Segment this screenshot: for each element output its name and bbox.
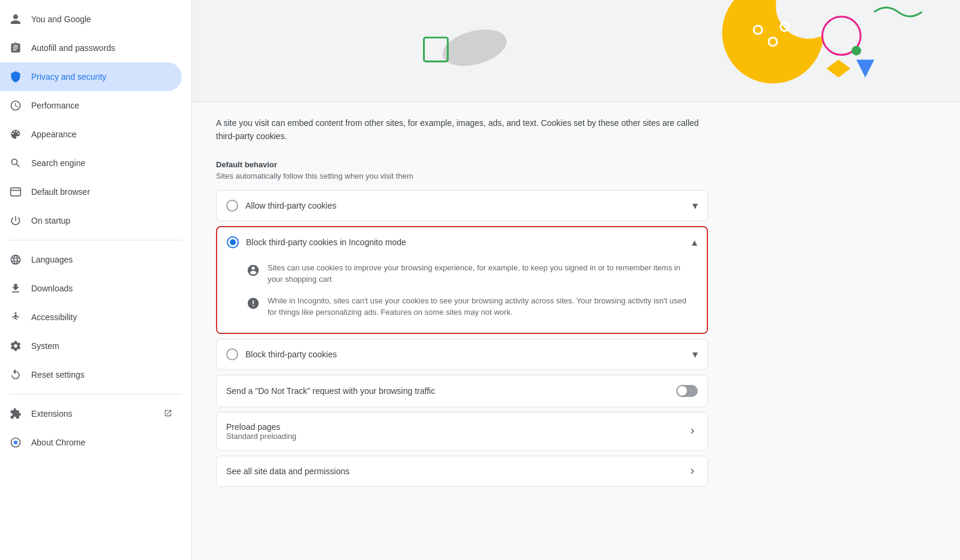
- sidebar-label-search-engine: Search engine: [31, 158, 172, 168]
- palette-icon: [10, 128, 22, 140]
- globe-icon: [10, 254, 22, 266]
- sidebar-item-performance[interactable]: Performance: [0, 91, 182, 120]
- sidebar-label-autofill: Autofill and passwords: [31, 43, 172, 53]
- do-not-track-toggle[interactable]: [676, 385, 698, 397]
- sidebar-label-appearance: Appearance: [31, 130, 172, 139]
- sidebar-label-on-startup: On startup: [31, 216, 172, 225]
- preload-pages-row[interactable]: Preload pages Standard preloading: [216, 412, 708, 451]
- block-all-chevron: ▾: [692, 348, 698, 361]
- sidebar-divider-2: [10, 394, 182, 395]
- sidebar-item-downloads[interactable]: Downloads: [0, 274, 182, 303]
- preload-pages-text: Preload pages Standard preloading: [226, 422, 296, 441]
- sidebar-label-privacy: Privacy and security: [31, 72, 172, 82]
- sidebar-divider-1: [10, 240, 182, 240]
- svg-marker-14: [856, 59, 874, 77]
- preload-pages-sublabel: Standard preloading: [226, 432, 296, 441]
- sidebar-label-languages: Languages: [31, 255, 172, 264]
- sidebar-item-appearance[interactable]: Appearance: [0, 120, 182, 149]
- sidebar-label-about-chrome: About Chrome: [31, 438, 172, 447]
- svg-point-4: [439, 23, 511, 72]
- svg-point-12: [851, 46, 861, 56]
- power-icon: [10, 215, 22, 227]
- preload-pages-label: Preload pages: [226, 422, 296, 432]
- svg-rect-0: [11, 188, 21, 195]
- sidebar-label-downloads: Downloads: [31, 284, 172, 293]
- allow-cookies-radio[interactable]: [226, 200, 238, 212]
- sidebar-label-default-browser: Default browser: [31, 187, 172, 197]
- block-all-header[interactable]: Block third-party cookies ▾: [217, 339, 707, 369]
- block-info-icon: [246, 296, 260, 311]
- preload-pages-arrow: [687, 426, 698, 436]
- settings-content: A site you visit can embed content from …: [192, 102, 732, 506]
- svg-point-3: [14, 441, 18, 445]
- puzzle-icon: [10, 408, 22, 420]
- expanded-item-cookies: Sites can use cookies to improve your br…: [246, 257, 697, 290]
- block-incognito-chevron: ▴: [692, 236, 697, 249]
- sidebar-label-you-google: You and Google: [31, 14, 172, 24]
- external-link-icon: [164, 409, 172, 419]
- default-behavior-section: Default behavior Sites automatically fol…: [216, 160, 708, 180]
- default-behavior-subtitle: Sites automatically follow this setting …: [216, 171, 708, 180]
- sidebar-label-performance: Performance: [31, 101, 172, 110]
- reset-icon: [10, 369, 22, 381]
- block-incognito-header[interactable]: Block third-party cookies in Incognito m…: [217, 227, 707, 257]
- sidebar-label-system: System: [31, 341, 172, 351]
- sidebar-label-extensions: Extensions: [31, 409, 72, 419]
- site-data-label: See all site data and permissions: [226, 466, 349, 476]
- sidebar-item-about-chrome[interactable]: About Chrome: [0, 428, 182, 457]
- svg-marker-13: [827, 59, 851, 77]
- block-all-label: Block third-party cookies: [245, 350, 685, 359]
- person-icon: [10, 13, 22, 25]
- speed-icon: [10, 100, 22, 112]
- default-behavior-title: Default behavior: [216, 160, 708, 169]
- block-incognito-option: Block third-party cookies in Incognito m…: [216, 226, 708, 334]
- block-incognito-expanded: Sites can use cookies to improve your br…: [217, 257, 707, 333]
- sidebar-item-search-engine[interactable]: Search engine: [0, 149, 182, 177]
- site-data-arrow: [687, 466, 698, 477]
- accessibility-icon: [10, 311, 22, 323]
- sidebar-item-autofill[interactable]: Autofill and passwords: [0, 34, 182, 62]
- block-incognito-radio[interactable]: [227, 236, 239, 248]
- sidebar-item-default-browser[interactable]: Default browser: [0, 177, 182, 206]
- assignment-icon: [10, 42, 22, 54]
- sidebar-item-languages[interactable]: Languages: [0, 245, 182, 274]
- block-incognito-label: Block third-party cookies in Incognito m…: [246, 237, 685, 247]
- cookie-illustration: [192, 0, 960, 102]
- expanded-text-incognito: While in Incognito, sites can't use your…: [268, 295, 697, 318]
- svg-point-2: [14, 312, 16, 314]
- chrome-icon: [10, 436, 22, 448]
- description: A site you visit can embed content from …: [216, 116, 708, 143]
- browser-icon: [10, 186, 22, 198]
- shield-icon: [10, 71, 22, 83]
- block-all-radio[interactable]: [226, 348, 238, 360]
- search-icon: [10, 157, 22, 169]
- sidebar-label-accessibility: Accessibility: [31, 312, 172, 322]
- sidebar-label-reset-settings: Reset settings: [31, 370, 172, 380]
- expanded-item-incognito: While in Incognito, sites can't use your…: [246, 290, 697, 323]
- do-not-track-label: Send a "Do Not Track" request with your …: [226, 386, 435, 396]
- sidebar-item-reset-settings[interactable]: Reset settings: [0, 360, 182, 389]
- allow-cookies-header[interactable]: Allow third-party cookies ▾: [217, 191, 707, 221]
- sidebar-item-system[interactable]: System: [0, 332, 182, 360]
- main-content: A site you visit can embed content from …: [192, 0, 960, 560]
- allow-cookies-label: Allow third-party cookies: [245, 201, 685, 210]
- cookie-info-icon: [246, 263, 260, 278]
- sidebar-item-extensions[interactable]: Extensions: [0, 399, 182, 428]
- sidebar-item-on-startup[interactable]: On startup: [0, 206, 182, 235]
- site-data-row[interactable]: See all site data and permissions: [216, 456, 708, 487]
- do-not-track-row: Send a "Do Not Track" request with your …: [216, 375, 708, 407]
- sidebar-item-you-google[interactable]: You and Google: [0, 5, 182, 34]
- download-icon: [10, 282, 22, 294]
- block-all-option: Block third-party cookies ▾: [216, 339, 708, 370]
- settings-icon: [10, 340, 22, 352]
- allow-cookies-chevron: ▾: [692, 199, 698, 212]
- sidebar-item-accessibility[interactable]: Accessibility: [0, 303, 182, 332]
- sidebar-item-privacy[interactable]: Privacy and security: [0, 62, 182, 91]
- sidebar: You and Google Autofill and passwords Pr…: [0, 0, 192, 560]
- allow-cookies-option: Allow third-party cookies ▾: [216, 190, 708, 221]
- expanded-text-cookies: Sites can use cookies to improve your br…: [268, 262, 697, 285]
